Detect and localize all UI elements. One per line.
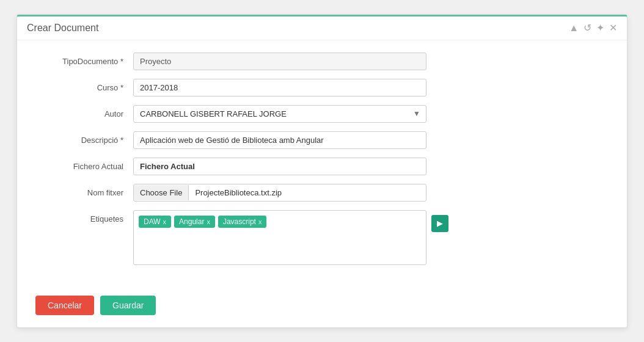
- nom-fitxer-label: Nom fitxer: [35, 184, 133, 197]
- descripcion-row: Descripció *: [35, 131, 609, 149]
- autor-select-wrapper: CARBONELL GISBERT RAFAEL JORGE ▼: [133, 105, 426, 123]
- curso-label: Curso *: [35, 79, 133, 92]
- curso-row: Curso *: [35, 79, 609, 96]
- file-name-display: ProjecteBiblioteca.txt.zip: [189, 184, 426, 201]
- tag-daw-close[interactable]: x: [163, 218, 167, 225]
- dialog-title: Crear Document: [27, 23, 98, 34]
- undo-icon[interactable]: ↺: [584, 23, 591, 33]
- tipo-documento-input[interactable]: [133, 53, 426, 70]
- tag-daw-label: DAW: [144, 217, 161, 226]
- dialog-body: TipoDocumento * Curso * Autor CARBONELL …: [17, 40, 627, 286]
- autor-label: Autor: [35, 105, 133, 118]
- dialog-header: Crear Document ▲ ↺ ✦ ✕: [17, 16, 627, 40]
- form-footer: Cancelar Guardar: [17, 286, 627, 327]
- tag-javascript-label: Javascript: [223, 217, 256, 226]
- dialog-actions: ▲ ↺ ✦ ✕: [569, 23, 617, 33]
- fichero-actual-row: Fichero Actual: [35, 158, 609, 175]
- tipo-documento-label: TipoDocumento *: [35, 53, 133, 66]
- etiquetes-arrow-button[interactable]: ▶: [431, 215, 448, 232]
- collapse-icon[interactable]: ▲: [569, 23, 579, 33]
- etiquetes-row: Etiquetes DAW x Angular x Javascript x: [35, 210, 609, 265]
- create-document-dialog: Crear Document ▲ ↺ ✦ ✕ TipoDocumento * C…: [16, 15, 628, 328]
- autor-row: Autor CARBONELL GISBERT RAFAEL JORGE ▼: [35, 105, 609, 123]
- tipo-documento-row: TipoDocumento *: [35, 53, 609, 70]
- descripcion-input[interactable]: [133, 131, 426, 149]
- etiquetes-label: Etiquetes: [35, 210, 133, 224]
- curso-input[interactable]: [133, 79, 426, 96]
- cancel-button[interactable]: Cancelar: [35, 296, 94, 315]
- tag-angular[interactable]: Angular x: [174, 216, 215, 228]
- tag-javascript[interactable]: Javascript x: [218, 216, 267, 228]
- tag-javascript-close[interactable]: x: [258, 218, 262, 225]
- tag-angular-close[interactable]: x: [207, 218, 210, 225]
- tag-daw[interactable]: DAW x: [139, 216, 171, 228]
- save-button[interactable]: Guardar: [100, 296, 156, 315]
- tag-angular-label: Angular: [179, 217, 204, 226]
- fichero-actual-label: Fichero Actual: [35, 158, 133, 171]
- choose-file-button[interactable]: Choose File: [134, 185, 189, 200]
- settings-icon[interactable]: ✦: [596, 23, 604, 33]
- arrow-right-icon: ▶: [437, 219, 443, 228]
- tags-container: DAW x Angular x Javascript x: [139, 216, 421, 228]
- file-input-wrapper: Choose File ProjecteBiblioteca.txt.zip: [133, 184, 426, 202]
- autor-select[interactable]: CARBONELL GISBERT RAFAEL JORGE: [133, 105, 426, 123]
- close-icon[interactable]: ✕: [609, 23, 617, 33]
- descripcion-label: Descripció *: [35, 131, 133, 145]
- nom-fitxer-row: Nom fitxer Choose File ProjecteBibliotec…: [35, 184, 609, 202]
- fichero-actual-input[interactable]: [133, 158, 426, 175]
- etiquetes-input-area[interactable]: DAW x Angular x Javascript x: [133, 210, 426, 265]
